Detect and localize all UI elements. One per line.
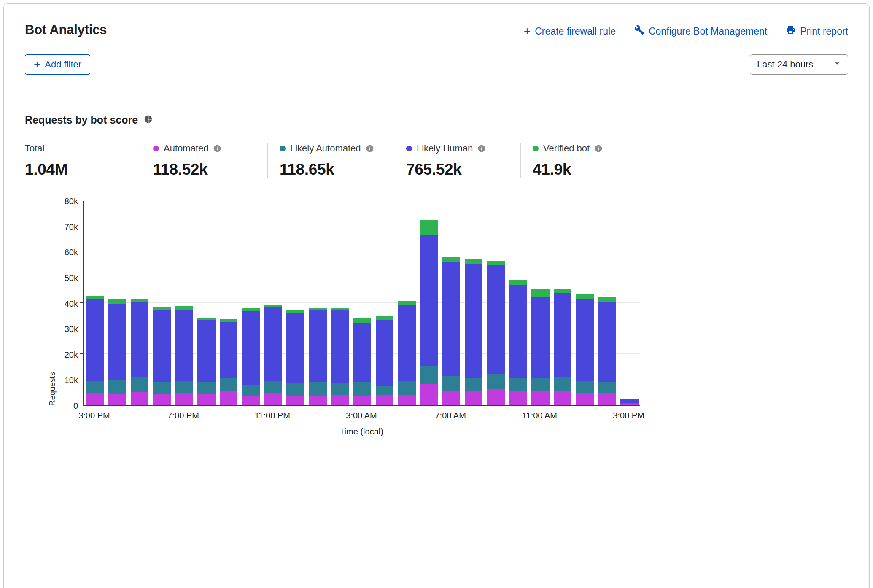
bar-segment <box>131 392 148 405</box>
bar-segment <box>197 382 215 394</box>
stacked-bar-12[interactable] <box>353 318 371 405</box>
stacked-bar-3[interactable] <box>153 307 171 405</box>
header-actions: + Create firewall rule Configure Bot Man… <box>524 22 848 38</box>
stacked-bar-1[interactable] <box>108 299 126 405</box>
bar-segment <box>442 391 460 405</box>
stacked-bar-24[interactable] <box>620 399 638 405</box>
bar-segment <box>131 299 148 302</box>
bar-segment <box>108 304 126 380</box>
bar-segment <box>376 395 393 405</box>
card-header: Bot Analytics + Create firewall rule Con… <box>4 4 869 38</box>
stacked-bar-4[interactable] <box>175 306 193 405</box>
requests-section: Requests by bot score Total 1.04M Automa… <box>4 89 869 437</box>
stacked-bar-18[interactable] <box>487 261 505 405</box>
stacked-bar-16[interactable] <box>442 257 460 405</box>
x-tick-label: 11:00 AM <box>522 411 557 421</box>
section-title: Requests by bot score <box>25 114 138 126</box>
y-tick-label: 10k <box>65 376 78 384</box>
add-filter-button[interactable]: + Add filter <box>25 54 90 75</box>
stacked-bar-15[interactable] <box>420 220 438 405</box>
bar-segment <box>554 391 571 405</box>
stacked-bar-22[interactable] <box>576 294 594 405</box>
bar-segment <box>220 322 237 378</box>
bar-segment <box>175 306 193 309</box>
bar-segment <box>353 396 371 405</box>
bar-segment <box>420 366 438 384</box>
stat-automated: Automated 118.52k <box>141 143 267 178</box>
stacked-bar-7[interactable] <box>242 308 260 405</box>
stats-row: Total 1.04M Automated 118.52k Likely Aut… <box>25 143 848 178</box>
bar-segment <box>398 305 415 381</box>
info-icon[interactable] <box>477 144 486 153</box>
bar-segment <box>175 310 193 381</box>
bar-segment <box>420 220 438 235</box>
bar-segment <box>331 310 349 383</box>
stacked-bar-2[interactable] <box>131 299 148 405</box>
likely-human-dot-icon <box>406 146 412 151</box>
configure-bot-management-link[interactable]: Configure Bot Management <box>634 25 767 38</box>
print-report-link[interactable]: Print report <box>786 25 848 38</box>
y-tick-label: 80k <box>65 197 78 205</box>
bar-segment <box>153 307 171 310</box>
bar-segment <box>286 396 304 405</box>
bar-segment <box>487 265 505 374</box>
time-range-select[interactable]: Last 24 hours <box>750 54 848 75</box>
bar-segment <box>197 394 215 405</box>
stacked-bar-23[interactable] <box>598 297 616 405</box>
stacked-bar-13[interactable] <box>376 316 393 405</box>
bar-segment <box>131 377 148 392</box>
bar-segment <box>131 302 148 377</box>
filter-row: + Add filter Last 24 hours <box>4 38 869 89</box>
info-icon[interactable] <box>594 144 603 153</box>
bar-segment <box>331 395 349 405</box>
stacked-bar-9[interactable] <box>286 310 304 405</box>
info-icon[interactable] <box>213 144 221 153</box>
stacked-bar-6[interactable] <box>220 319 237 405</box>
bar-segment <box>465 264 482 378</box>
bar-segment <box>353 318 371 323</box>
stacked-bar-11[interactable] <box>331 308 349 405</box>
x-tick-label: 7:00 PM <box>167 411 199 421</box>
stacked-bar-20[interactable] <box>531 289 549 405</box>
y-axis-labels: 010k20k30k40k50k60k70k80k <box>46 201 78 406</box>
stacked-bar-17[interactable] <box>465 259 482 405</box>
bar-segment <box>264 381 282 393</box>
stacked-bar-8[interactable] <box>264 305 282 405</box>
add-filter-label: Add filter <box>45 59 81 70</box>
bar-segment <box>442 376 460 391</box>
create-firewall-rule-link[interactable]: + Create firewall rule <box>524 26 616 37</box>
x-axis-title: Time (local) <box>83 427 640 437</box>
bar-segment <box>531 378 549 391</box>
automated-dot-icon <box>153 146 159 151</box>
bar-segment <box>554 293 571 377</box>
bar-segment <box>220 378 237 391</box>
stacked-bar-21[interactable] <box>554 289 571 405</box>
bar-segment <box>398 301 415 305</box>
verified-bot-dot-icon <box>533 146 539 151</box>
bar-segment <box>86 381 104 393</box>
stat-likely-automated-label: Likely Automated <box>290 143 361 154</box>
stacked-bar-14[interactable] <box>398 301 415 405</box>
bot-analytics-card: Bot Analytics + Create firewall rule Con… <box>3 3 870 588</box>
y-tick-label: 40k <box>65 299 78 308</box>
stacked-bar-5[interactable] <box>197 318 215 405</box>
stacked-bar-10[interactable] <box>309 308 326 405</box>
likely-automated-dot-icon <box>280 146 286 151</box>
pie-chart-icon <box>144 115 153 125</box>
bar-segment <box>264 307 282 381</box>
stat-verified-bot-value: 41.9k <box>533 161 637 178</box>
y-tick-label: 30k <box>65 325 78 333</box>
stat-total-label: Total <box>25 143 44 154</box>
stacked-bar-0[interactable] <box>86 296 104 405</box>
create-firewall-rule-label: Create firewall rule <box>535 26 616 37</box>
bar-segment <box>509 280 527 285</box>
bar-segment <box>175 381 193 393</box>
bar-segment <box>509 285 527 378</box>
bar-segment <box>175 393 193 405</box>
bar-segment <box>153 310 171 382</box>
stacked-bar-19[interactable] <box>509 280 527 405</box>
info-icon[interactable] <box>366 144 374 153</box>
configure-bot-management-label: Configure Bot Management <box>649 26 767 37</box>
bar-segment <box>576 381 594 393</box>
bar-segment <box>353 323 371 382</box>
